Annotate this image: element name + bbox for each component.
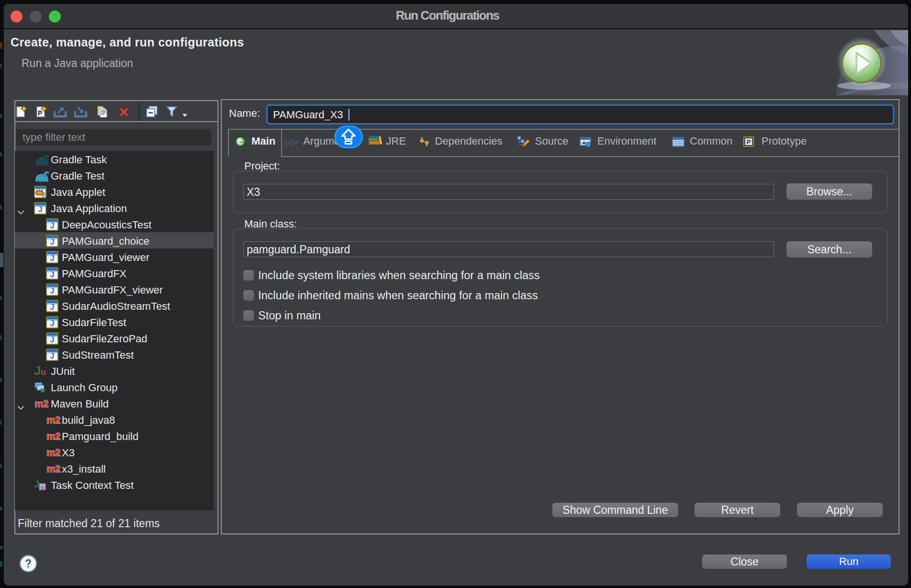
svg-text:P: P xyxy=(747,138,751,146)
svg-text:J: J xyxy=(34,365,41,377)
svg-text:J: J xyxy=(50,221,55,230)
svg-text:u: u xyxy=(41,484,44,490)
svg-text:J: J xyxy=(38,205,43,214)
svg-text:J: J xyxy=(50,286,55,295)
svg-text:J: J xyxy=(50,254,55,262)
svg-text:J: J xyxy=(50,303,55,311)
svg-text:J: J xyxy=(50,351,55,360)
svg-text:m2: m2 xyxy=(46,431,60,441)
svg-text:J: J xyxy=(50,237,55,246)
svg-text:J: J xyxy=(50,270,55,279)
svg-text:m2: m2 xyxy=(46,447,60,458)
svg-text:u: u xyxy=(41,367,46,377)
svg-text:J: J xyxy=(50,335,55,344)
svg-text:m2: m2 xyxy=(34,398,48,409)
svg-text:?: ? xyxy=(25,557,32,570)
svg-text:J: J xyxy=(50,319,55,328)
svg-text:m2: m2 xyxy=(46,464,60,474)
svg-text:C: C xyxy=(238,138,243,146)
svg-text:P: P xyxy=(38,109,42,117)
svg-text:m2: m2 xyxy=(46,415,60,425)
svg-text:J: J xyxy=(42,192,45,198)
svg-text:J: J xyxy=(34,479,40,489)
svg-text:(x)=: (x)= xyxy=(285,138,299,147)
